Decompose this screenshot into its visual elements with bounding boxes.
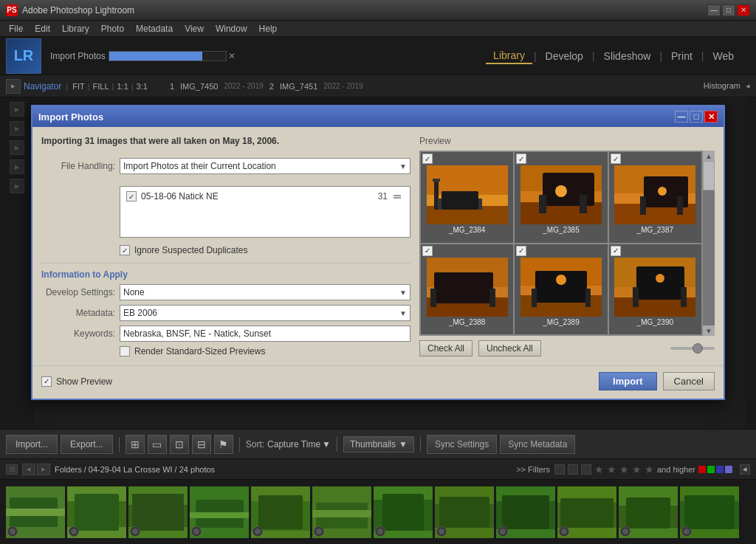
film-thumb-9[interactable] <box>496 486 555 538</box>
flag-filter-icon[interactable] <box>554 464 565 475</box>
dialog-maximize-btn[interactable]: □ <box>690 111 703 123</box>
rating-filter-icon[interactable] <box>568 464 578 475</box>
breadcrumb-prev-btn[interactable]: ◂ <box>22 464 35 475</box>
grid-view-btn[interactable]: ⊞ <box>126 435 145 454</box>
breadcrumb-next-btn[interactable]: ▸ <box>37 464 50 475</box>
menu-view[interactable]: View <box>179 22 210 35</box>
svg-rect-77 <box>684 495 735 529</box>
menu-photo[interactable]: Photo <box>95 22 130 35</box>
menu-library[interactable]: Library <box>56 22 95 35</box>
svg-rect-4 <box>433 179 440 182</box>
preview-checkbox-2[interactable]: ✓ <box>516 154 526 164</box>
menu-edit[interactable]: Edit <box>29 22 56 35</box>
file-handling-select[interactable]: Import Photos at their Current Location … <box>120 158 410 174</box>
develop-select[interactable]: None ▼ <box>120 284 410 300</box>
check-all-button[interactable]: Check All <box>419 340 472 357</box>
cancel-button[interactable]: Cancel <box>663 372 715 390</box>
show-preview-checkbox[interactable]: ✓ <box>41 376 52 387</box>
red-label[interactable] <box>698 466 706 473</box>
preview-grid: ✓ <box>419 151 703 336</box>
purple-label[interactable] <box>725 466 732 473</box>
film-badge-11 <box>620 526 630 537</box>
star-1[interactable]: ★ <box>594 464 604 475</box>
preview-checkbox-6[interactable]: ✓ <box>611 246 621 256</box>
film-thumb-8[interactable] <box>435 486 494 538</box>
fill-label[interactable]: FILL <box>93 82 109 91</box>
preview-checkbox-3[interactable]: ✓ <box>611 154 621 164</box>
import-button[interactable]: Import... <box>6 435 58 454</box>
zoom-slider[interactable] <box>670 347 715 350</box>
zoom-slider-track[interactable] <box>670 347 715 350</box>
module-web[interactable]: Web <box>705 49 741 63</box>
preview-name-4: _MG_2388 <box>449 318 485 326</box>
star-2[interactable]: ★ <box>607 464 616 475</box>
flags-btn[interactable]: ⚑ <box>214 435 233 454</box>
film-thumb-4[interactable] <box>190 486 249 538</box>
preview-checkbox-5[interactable]: ✓ <box>516 246 526 256</box>
import-close-button[interactable]: ✕ <box>228 51 236 61</box>
color-filter-icon[interactable] <box>581 464 591 475</box>
scroll-thumb[interactable] <box>703 161 715 190</box>
svg-rect-71 <box>560 498 614 528</box>
dialog-minimize-btn[interactable]: — <box>675 111 688 123</box>
one-to-one-label[interactable]: 1:1 <box>117 82 128 91</box>
import-info: Importing 31 images that were all taken … <box>41 136 410 151</box>
menu-window[interactable]: Window <box>210 22 253 35</box>
blue-label[interactable] <box>716 466 724 473</box>
close-button[interactable]: ✕ <box>737 4 750 16</box>
metadata-select[interactable]: EB 2006 ▼ <box>120 305 410 321</box>
green-label[interactable] <box>707 466 715 473</box>
fit-label[interactable]: FIT <box>72 82 85 91</box>
render-checkbox[interactable] <box>120 346 130 357</box>
zoom-slider-thumb[interactable] <box>693 343 703 354</box>
export-button[interactable]: Export... <box>61 435 113 454</box>
star-3[interactable]: ★ <box>619 464 629 475</box>
dialog-close-btn[interactable]: ✕ <box>704 111 718 123</box>
menu-metadata[interactable]: Metadata <box>130 22 179 35</box>
sort-value[interactable]: Capture Time ▼ <box>267 439 331 450</box>
thumbnails-selector[interactable]: Thumbnails ▼ <box>343 436 414 452</box>
scroll-up-btn[interactable]: ▲ <box>703 151 715 161</box>
film-thumb-12[interactable] <box>680 486 739 538</box>
maximize-button[interactable]: □ <box>722 4 735 16</box>
module-slideshow[interactable]: Slideshow <box>597 49 659 63</box>
import-button[interactable]: Import <box>599 372 656 390</box>
star-4[interactable]: ★ <box>632 464 642 475</box>
preview-scrollbar[interactable]: ▲ ▼ <box>703 151 715 336</box>
film-thumb-1[interactable] <box>6 486 65 538</box>
preview-checkbox-4[interactable]: ✓ <box>422 246 433 256</box>
ignore-duplicates-row: ✓ Ignore Suspected Duplicates <box>120 245 410 255</box>
minimize-button[interactable]: — <box>707 4 721 16</box>
top-area: LR Import Photos ✕ Library | Develop | S… <box>0 37 756 75</box>
folder-checkbox[interactable]: ✓ <box>126 191 137 202</box>
menu-file[interactable]: File <box>3 22 29 35</box>
filters-label[interactable]: >> Filters <box>516 465 550 474</box>
module-print[interactable]: Print <box>664 49 700 63</box>
sync-settings-button[interactable]: Sync Settings <box>427 435 497 454</box>
sync-metadata-button[interactable]: Sync Metadata <box>500 435 575 454</box>
compare-view-btn[interactable]: ⊡ <box>170 435 189 454</box>
module-library[interactable]: Library <box>486 48 532 64</box>
more-options-btn[interactable]: ◂ <box>740 464 750 475</box>
film-thumb-6[interactable] <box>312 486 371 538</box>
ratio-label[interactable]: 3:1 <box>137 82 148 91</box>
star-5[interactable]: ★ <box>645 464 654 475</box>
film-thumb-5[interactable] <box>251 486 310 538</box>
survey-view-btn[interactable]: ⊟ <box>192 435 211 454</box>
keywords-input[interactable]: Nebraska, BNSF, NE - Natick, Sunset <box>120 326 410 342</box>
panel-toggle-left[interactable]: ▸ <box>6 79 21 94</box>
film-thumb-3[interactable] <box>128 486 188 538</box>
film-thumb-10[interactable] <box>557 486 616 538</box>
ignore-duplicates-checkbox[interactable]: ✓ <box>120 245 130 255</box>
scroll-track[interactable] <box>703 161 715 326</box>
scroll-down-btn[interactable]: ▼ <box>703 326 715 336</box>
menu-help[interactable]: Help <box>253 22 284 35</box>
film-thumb-7[interactable] <box>374 486 433 538</box>
uncheck-all-button[interactable]: Uncheck All <box>478 340 541 357</box>
preview-checkbox-1[interactable]: ✓ <box>422 154 433 164</box>
film-thumb-11[interactable] <box>619 486 678 538</box>
module-develop[interactable]: Develop <box>538 49 591 63</box>
histogram-arrow[interactable]: ◂ <box>746 81 750 90</box>
film-thumb-2[interactable] <box>67 486 126 538</box>
loupe-view-btn[interactable]: ▭ <box>148 435 167 454</box>
